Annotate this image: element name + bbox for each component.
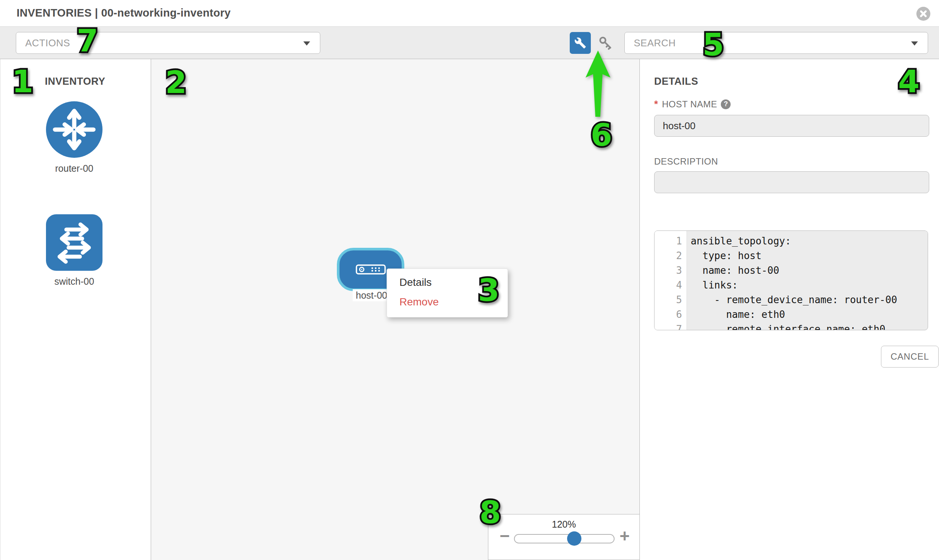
wrench-icon — [574, 37, 586, 49]
host-node-label: host-00 — [353, 289, 390, 301]
annotation-8: 8 — [479, 494, 501, 530]
code-line: 7 remote_interface_name: eth0 — [655, 322, 928, 330]
actions-dropdown-label: ACTIONS — [25, 37, 70, 49]
line-text: remote_interface_name: eth0 — [687, 322, 885, 330]
zoom-slider-thumb[interactable] — [567, 531, 581, 546]
cancel-button[interactable]: CANCEL — [881, 346, 939, 368]
actions-dropdown[interactable]: ACTIONS — [16, 32, 320, 54]
sidebar-item-label: switch-00 — [37, 276, 112, 287]
annotation-2: 2 — [165, 65, 187, 100]
code-line: 4 links: — [655, 278, 928, 292]
variables-code-editor[interactable]: 1ansible_topology: 2 type: host 3 name: … — [654, 231, 928, 330]
zoom-level-value: 120% — [488, 519, 640, 530]
sidebar-item-label: router-00 — [37, 163, 112, 174]
details-panel: DETAILS * HOST NAME ? DESCRIPTION VARIAB… — [640, 59, 939, 560]
header: INVENTORIES | 00-networking-inventory — [0, 0, 939, 26]
toolbar: ACTIONS SEARCH — [0, 26, 939, 59]
annotation-5: 5 — [702, 27, 724, 63]
line-number: 7 — [655, 322, 687, 330]
switch-icon — [46, 214, 102, 271]
annotation-7: 7 — [77, 23, 98, 59]
chevron-down-icon — [303, 42, 310, 46]
zoom-control: 120% − + — [488, 514, 640, 560]
sidebar-item-router[interactable]: router-00 — [37, 101, 112, 174]
host-name-label: HOST NAME — [662, 99, 717, 109]
line-text: links: — [687, 278, 738, 292]
host-icon — [356, 265, 386, 275]
host-name-label-row: * HOST NAME ? — [654, 98, 731, 110]
line-text: - remote_device_name: router-00 — [687, 292, 897, 307]
line-number: 4 — [655, 278, 687, 292]
code-line: 1ansible_topology: — [655, 234, 928, 249]
inventory-sidebar: INVENTORY router-00 — [0, 59, 151, 560]
line-text: name: eth0 — [687, 307, 785, 322]
key-icon — [598, 35, 613, 51]
line-number: 1 — [655, 234, 687, 249]
code-line: 3 name: host-00 — [655, 263, 928, 278]
annotation-4: 4 — [898, 64, 919, 99]
description-label: DESCRIPTION — [654, 156, 718, 167]
router-icon — [46, 101, 102, 158]
toolbar-key-button[interactable] — [598, 35, 614, 51]
required-asterisk: * — [654, 98, 658, 110]
page-title: INVENTORIES | 00-networking-inventory — [17, 7, 231, 19]
description-label-row: DESCRIPTION — [654, 156, 718, 167]
line-number: 3 — [655, 263, 687, 278]
description-input[interactable] — [654, 171, 929, 193]
zoom-in-button[interactable]: + — [620, 527, 630, 545]
search-dropdown[interactable]: SEARCH — [624, 32, 928, 54]
inventory-topology-page: INVENTORIES | 00-networking-inventory AC… — [0, 0, 939, 560]
host-name-input[interactable] — [654, 115, 929, 137]
line-number: 5 — [655, 292, 687, 307]
line-number: 6 — [655, 307, 687, 322]
annotation-6: 6 — [591, 117, 612, 153]
close-icon — [919, 10, 927, 18]
code-line: 6 name: eth0 — [655, 307, 928, 322]
line-text: type: host — [687, 249, 762, 263]
code-line: 2 type: host — [655, 249, 928, 263]
sidebar-item-switch[interactable]: switch-00 — [37, 214, 112, 287]
annotation-3: 3 — [478, 272, 499, 308]
line-number: 2 — [655, 249, 687, 263]
search-dropdown-label: SEARCH — [634, 37, 675, 49]
line-text: ansible_topology: — [687, 234, 791, 249]
close-button[interactable] — [916, 7, 930, 21]
topology-canvas[interactable]: host-00 Details Remove 120% − + — [151, 59, 640, 560]
help-icon[interactable]: ? — [721, 99, 731, 109]
annotation-1: 1 — [12, 64, 33, 99]
zoom-out-button[interactable]: − — [500, 527, 510, 545]
zoom-slider-track[interactable] — [514, 534, 615, 543]
line-text: name: host-00 — [687, 263, 779, 278]
chevron-down-icon — [911, 42, 918, 46]
details-panel-title: DETAILS — [654, 76, 698, 88]
inventory-sidebar-title: INVENTORY — [45, 76, 105, 88]
annotation-arrow-up-icon — [583, 49, 614, 118]
code-line: 5 - remote_device_name: router-00 — [655, 292, 928, 307]
